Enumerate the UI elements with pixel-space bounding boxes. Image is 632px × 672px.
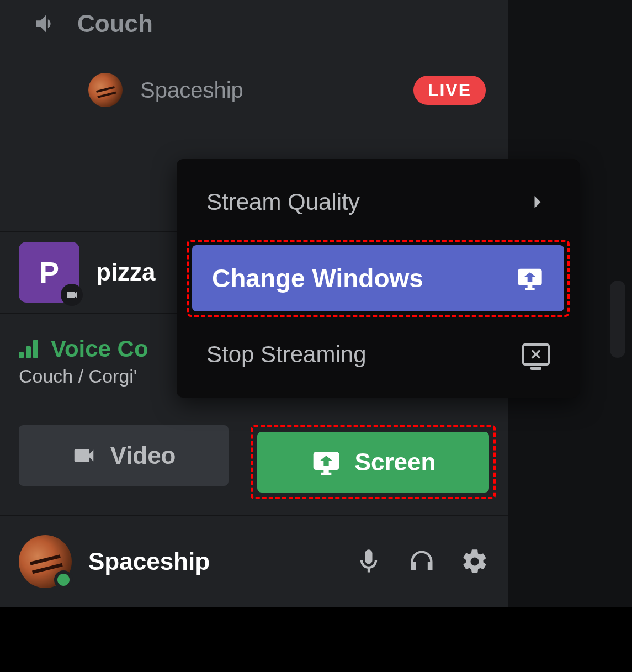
bottom-black-band xyxy=(0,607,632,672)
voice-connected-path: Couch / Corgi' xyxy=(19,366,148,387)
user-name: Spaceship xyxy=(88,548,210,575)
stop-stream-icon: ✕ xyxy=(522,343,550,366)
voice-connected-label: Voice Co xyxy=(51,336,148,362)
video-icon xyxy=(71,443,97,468)
preview-handle xyxy=(610,281,625,358)
mute-mic-icon[interactable] xyxy=(354,547,383,576)
camera-badge-icon xyxy=(61,284,83,306)
deafen-headphones-icon[interactable] xyxy=(407,547,436,576)
live-badge: LIVE xyxy=(413,76,486,105)
screen-button-highlight: Screen xyxy=(251,425,496,499)
settings-gear-icon[interactable] xyxy=(460,547,489,576)
activity-tile-letter: P xyxy=(39,255,59,289)
menu-stream-quality-label: Stream Quality xyxy=(206,189,360,215)
online-status-icon xyxy=(54,570,73,589)
menu-stream-quality[interactable]: Stream Quality xyxy=(187,173,570,231)
screen-button-label: Screen xyxy=(355,448,436,476)
menu-change-windows[interactable]: Change Windows xyxy=(192,245,564,311)
menu-stop-streaming[interactable]: Stop Streaming ✕ xyxy=(187,326,570,383)
user-avatar[interactable] xyxy=(19,535,72,588)
user-footer: Spaceship xyxy=(0,515,508,607)
menu-change-windows-highlight: Change Windows xyxy=(187,240,570,317)
activity-label: pizza xyxy=(96,258,156,286)
channel-member-row[interactable]: Spaceship LIVE xyxy=(0,65,508,115)
voice-action-buttons: Video Screen xyxy=(19,425,496,499)
member-name: Spaceship xyxy=(140,78,243,103)
screen-button[interactable]: Screen xyxy=(257,432,489,493)
activity-tile: P xyxy=(19,242,79,303)
voice-channel-row[interactable]: Couch xyxy=(0,0,508,44)
speaker-icon xyxy=(33,11,59,36)
stream-context-menu: Stream Quality Change Windows Stop Strea… xyxy=(177,159,580,398)
voice-connected-block: Voice Co Couch / Corgi' xyxy=(19,336,148,387)
menu-stop-streaming-label: Stop Streaming xyxy=(206,341,367,368)
voice-channel-name: Couch xyxy=(77,10,153,38)
signal-icon xyxy=(19,340,41,358)
menu-change-windows-label: Change Windows xyxy=(212,263,423,293)
video-button-label: Video xyxy=(110,442,176,469)
member-avatar xyxy=(88,73,123,107)
chevron-right-icon xyxy=(525,190,550,214)
screen-share-icon xyxy=(311,447,342,478)
video-button[interactable]: Video xyxy=(19,425,229,486)
share-screen-icon xyxy=(516,264,544,293)
